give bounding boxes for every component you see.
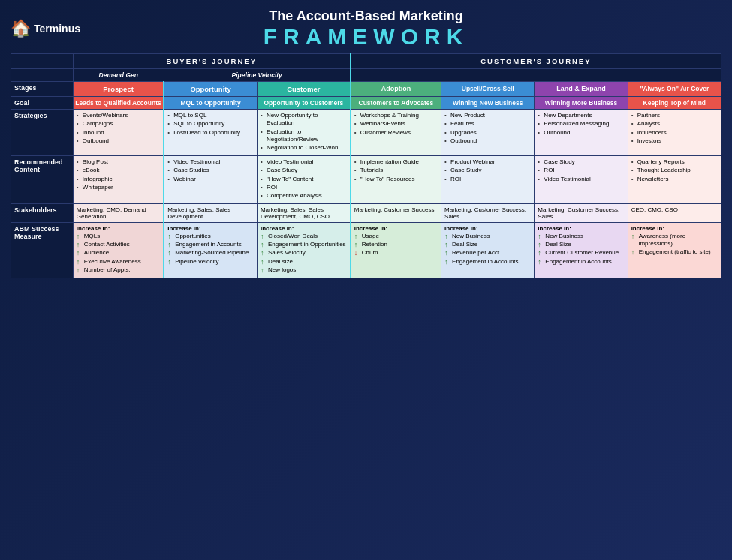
abm-opportunity: Increase In: Opportunities Engagement in… [164,222,257,278]
list-item: New Departments [538,112,624,119]
stakeholders-prospect: Marketing, CMO, Demand Generation [73,203,164,222]
stakeholders-adoption: Marketing, Customer Success [351,203,441,222]
empty-header [11,53,74,68]
list-item: Investors [631,137,718,145]
list-item: Outbound [538,129,624,137]
list-item: ROI [444,176,531,183]
stakeholders-always: CEO, CMO, CSO [628,203,721,222]
strategies-expand: New Departments Personalized Messaging O… [535,109,628,155]
subheader-row: Demand Gen Pipeline Velocity [11,68,721,81]
stage-always: "Always On" Air Cover [628,81,721,96]
list-item: New Opportunity to Evaluation [261,112,347,128]
content-row: Recommended Content Blog Post eBook Info… [11,155,721,203]
list-item: Video Testimonial [261,158,347,166]
content-always: Quarterly Reports Thought Leadership New… [628,155,721,203]
list-item: New logos [261,266,347,274]
list-item: Features [444,120,531,128]
list-item: Evaluation to Negotiation/Review [261,128,347,144]
stakeholders-expand: Marketing, Customer Success, Sales [535,203,628,222]
goal-always: Keeping Top of Mind [628,96,721,109]
list-item: Opportunities [167,233,254,240]
content-prospect: Blog Post eBook Infographic Whitepaper [73,155,164,203]
list-item: Engagement (traffic to site) [631,248,718,256]
goal-adoption: Customers to Advocates [351,96,441,109]
abm-prospect: Increase In: MQLs Contact Activities Aud… [73,222,164,278]
list-item: Number of Appts. [77,266,160,274]
list-item: Lost/Dead to Opportunity [167,129,254,137]
list-item: Current Customer Revenue [538,249,624,257]
list-item: Audience [77,249,160,257]
list-item: Deal Size [538,241,624,248]
list-item: Retention [354,241,438,248]
list-item: Case Study [444,167,531,174]
stakeholders-opportunity: Marketing, Sales, Sales Development [164,203,257,222]
list-item: Revenue per Acct [444,249,531,257]
list-item: Negotiation to Closed-Won [261,144,347,152]
list-item: ROI [261,184,347,191]
strategies-upsell: New Product Features Upgrades Outbound [441,109,535,155]
journey-header-row: BUYER'S JOURNEY CUSTOMER'S JOURNEY [11,53,721,68]
list-item: New Product [444,112,531,119]
list-item: Awareness (more impressions) [631,233,718,248]
stages-label: Stages [11,81,74,96]
list-item: Influencers [631,129,718,137]
title-line1: The Account-Based Marketing [101,9,631,24]
abm-row: ABM Success Measure Increase In: MQLs Co… [11,222,721,278]
customers-journey-header: CUSTOMER'S JOURNEY [351,53,721,68]
list-item: Tutorials [354,167,438,174]
framework-table: BUYER'S JOURNEY CUSTOMER'S JOURNEY Deman… [11,53,721,278]
logo-text: Terminus [34,23,80,35]
list-item: Workshops & Training [354,112,438,119]
list-item: Deal size [261,258,347,266]
list-item: Video Testimonial [167,158,254,166]
goal-prospect: Leads to Qualified Accounts [73,96,164,109]
list-item: Case Study [261,167,347,174]
title-area: The Account-Based Marketing FRAMEWORK [101,9,631,49]
goal-customer: Opportunity to Customers [257,96,350,109]
list-item: Pipeline Velocity [167,258,254,266]
list-item: Infographic [77,176,160,183]
title-line2: FRAMEWORK [101,24,631,49]
list-item: Deal Size [444,241,531,248]
list-item: New Business [444,233,531,240]
abm-always: Increase In: Awareness (more impressions… [628,222,721,278]
list-item: Engagement in Accounts [167,241,254,248]
list-item: Upgrades [444,129,531,137]
stakeholders-customer: Marketing, Sales, Sales Development, CMO… [257,203,350,222]
strategies-prospect: Events/Webinars Campaigns Inbound Outbou… [73,109,164,155]
stage-upsell: Upsell/Cross-Sell [441,81,535,96]
strategies-prospect-list: Events/Webinars Campaigns Inbound Outbou… [77,112,160,146]
list-item: Partners [631,112,718,119]
goal-row: Goal Leads to Qualified Accounts MQL to … [11,96,721,109]
list-item: Campaigns [77,120,160,128]
list-item: Customer Reviews [354,129,438,137]
list-item: Closed/Won Deals [261,233,347,240]
stage-opportunity: Opportunity [164,81,257,96]
list-item: MQL to SQL [167,112,254,119]
list-item: Analysts [631,120,718,128]
abm-adoption: Increase In: Usage Retention Churn [351,222,441,278]
empty-subheader [11,68,74,81]
content-label: Recommended Content [11,155,74,203]
customer-journey-subheader [351,68,721,81]
stage-expand: Land & Expand [535,81,628,96]
list-item: Sales Velocity [261,249,347,257]
demand-gen-header: Demand Gen [73,68,164,81]
buyers-journey-header: BUYER'S JOURNEY [73,53,350,68]
abm-label: ABM Success Measure [11,222,74,278]
list-item: Outbound [77,137,160,145]
list-item: "How To" Resources [354,176,438,183]
abm-upsell: Increase In: New Business Deal Size Reve… [441,222,535,278]
list-item: Personalized Messaging [538,120,624,128]
pipeline-velocity-header: Pipeline Velocity [164,68,351,81]
list-item: Case Study [538,158,624,166]
stage-prospect: Prospect [73,81,164,96]
content-adoption: Implementation Guide Tutorials "How To" … [351,155,441,203]
stakeholders-label: Stakeholders [11,203,74,222]
header: 🏠 Terminus The Account-Based Marketing F… [11,9,721,49]
list-item: Engagement in Opportunities [261,241,347,248]
content-expand: Case Study ROI Video Testimonial [535,155,628,203]
list-item: Case Studies [167,167,254,174]
abm-customer: Increase In: Closed/Won Deals Engagement… [257,222,350,278]
list-item: Outbound [444,137,531,145]
